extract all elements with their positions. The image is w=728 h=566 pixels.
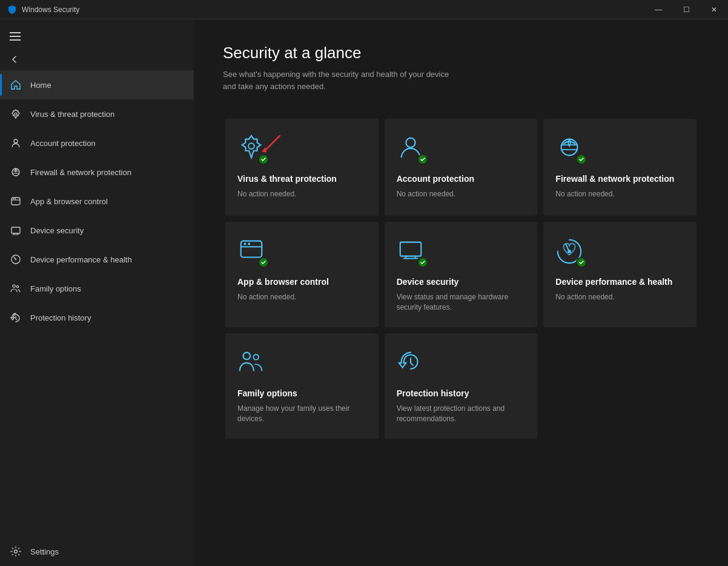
svg-point-18 [248, 243, 250, 245]
card-desc-device-security: View status and manage hardware security… [397, 292, 526, 313]
app-browser-icon [10, 195, 22, 207]
card-desc-device-perf: No action needed. [555, 292, 684, 302]
sidebar-label-settings: Settings [30, 547, 59, 556]
svg-point-20 [568, 250, 571, 253]
firewall-icon [10, 166, 22, 178]
titlebar: Windows Security — ☐ ✕ [0, 0, 728, 19]
svg-point-5 [15, 198, 16, 199]
back-arrow-icon [10, 55, 19, 64]
card-desc-family: Manage how your family uses their device… [237, 404, 366, 424]
titlebar-left: Windows Security [7, 5, 79, 15]
svg-point-21 [243, 352, 251, 359]
svg-point-22 [253, 355, 259, 360]
titlebar-title: Windows Security [22, 5, 79, 14]
card-device-perf[interactable]: Device performance & health No action ne… [543, 222, 697, 327]
sidebar-label-virus: Virus & threat protection [30, 110, 114, 119]
sidebar-label-account: Account protection [30, 139, 96, 148]
card-title-firewall: Firewall & network protection [555, 173, 684, 184]
sidebar: Home Virus & threat protection Account p… [0, 19, 194, 566]
card-device-security[interactable]: Device security View status and manage h… [385, 222, 538, 327]
card-check-device-security [417, 257, 428, 268]
device-perf-icon [10, 253, 22, 265]
sidebar-item-virus[interactable]: Virus & threat protection [0, 99, 194, 128]
card-app-browser[interactable]: App & browser control No action needed. [225, 222, 379, 327]
card-desc-firewall: No action needed. [555, 189, 684, 199]
sidebar-item-device-security[interactable]: Device security [0, 216, 194, 245]
svg-point-4 [13, 198, 14, 199]
app-icon [7, 5, 17, 15]
svg-rect-6 [12, 227, 20, 233]
back-button[interactable] [0, 48, 194, 70]
card-title-account: Account protection [397, 173, 526, 184]
card-title-app-browser: App & browser control [237, 276, 366, 287]
history-icon [10, 311, 22, 324]
card-desc-app-browser: No action needed. [237, 292, 366, 302]
svg-point-14 [406, 138, 415, 147]
card-title-device-security: Device security [397, 276, 526, 287]
close-button[interactable]: ✕ [700, 0, 728, 19]
card-icon-firewall [555, 133, 587, 165]
titlebar-controls: — ☐ ✕ [644, 0, 728, 19]
sidebar-label-family: Family options [30, 284, 81, 293]
svg-point-9 [16, 285, 18, 287]
sidebar-label-device-perf: Device performance & health [30, 255, 132, 264]
sidebar-item-family[interactable]: Family options [0, 274, 194, 303]
card-icon-history [397, 348, 428, 379]
settings-icon [10, 545, 22, 558]
card-icon-family [237, 348, 269, 379]
card-icon-virus [237, 133, 269, 165]
card-check-app-browser [258, 257, 269, 268]
card-check-device-perf [576, 257, 587, 268]
card-icon-device-perf [555, 236, 587, 268]
svg-marker-13 [262, 147, 266, 153]
hamburger-menu[interactable] [0, 24, 194, 48]
minimize-button[interactable]: — [644, 0, 672, 19]
sidebar-item-account[interactable]: Account protection [0, 128, 194, 158]
svg-rect-19 [400, 242, 421, 256]
page-subtitle: See what's happening with the security a… [223, 68, 699, 92]
svg-point-17 [244, 243, 247, 245]
sidebar-label-device-security: Device security [30, 226, 84, 235]
card-title-virus: Virus & threat protection [237, 173, 366, 184]
sidebar-label-home: Home [30, 81, 51, 90]
card-title-family: Family options [237, 388, 366, 399]
svg-point-0 [15, 113, 17, 115]
card-family[interactable]: Family options Manage how your family us… [225, 333, 379, 439]
main-content: Security at a glance See what's happenin… [194, 19, 728, 566]
card-check-account [417, 154, 428, 165]
cards-grid: Virus & threat protection No action need… [223, 116, 699, 441]
svg-point-7 [15, 259, 16, 260]
svg-point-8 [13, 285, 15, 287]
sidebar-item-home[interactable]: Home [0, 70, 194, 99]
virus-icon [10, 108, 22, 120]
card-icon-app-browser [237, 236, 269, 268]
sidebar-item-history[interactable]: Protection history [0, 303, 194, 332]
family-icon [10, 282, 22, 295]
card-check-firewall [576, 154, 587, 165]
sidebar-label-history: Protection history [30, 313, 91, 322]
svg-point-1 [14, 139, 18, 143]
card-icon-account [397, 133, 428, 165]
card-account[interactable]: Account protection No action needed. [385, 119, 538, 216]
sidebar-label-firewall: Firewall & network protection [30, 168, 131, 177]
account-icon [10, 137, 22, 149]
svg-point-11 [248, 143, 254, 149]
sidebar-item-device-perf[interactable]: Device performance & health [0, 245, 194, 274]
device-security-icon [10, 224, 22, 236]
card-icon-device-security [397, 236, 428, 268]
hamburger-icon [10, 32, 21, 41]
sidebar-item-app-browser[interactable]: App & browser control [0, 187, 194, 216]
sidebar-item-firewall[interactable]: Firewall & network protection [0, 158, 194, 187]
card-desc-history: View latest protection actions and recom… [397, 404, 526, 424]
card-history[interactable]: Protection history View latest protectio… [385, 333, 538, 439]
page-title: Security at a glance [223, 44, 699, 62]
card-firewall[interactable]: Firewall & network protection No action … [543, 119, 697, 216]
card-desc-account: No action needed. [397, 189, 526, 199]
sidebar-label-app-browser: App & browser control [30, 197, 108, 206]
card-virus[interactable]: Virus & threat protection No action need… [225, 119, 379, 216]
maximize-button[interactable]: ☐ [672, 0, 700, 19]
home-icon [10, 79, 22, 91]
card-title-device-perf: Device performance & health [555, 276, 684, 287]
svg-line-12 [265, 136, 280, 150]
settings-item[interactable]: Settings [0, 537, 194, 566]
